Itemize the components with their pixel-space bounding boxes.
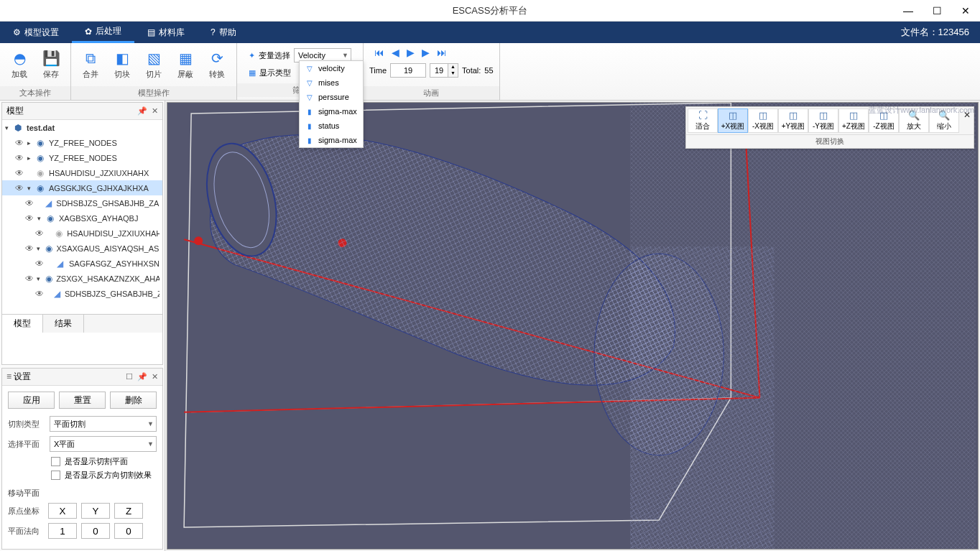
menu-icon: ⚙ [13,27,21,37]
visibility-icon[interactable]: 👁 [15,138,25,148]
normal-y-input[interactable] [81,523,110,539]
tree-item[interactable]: 👁◢SDHSBJZS_GHSABJHB_ZAHU [2,195,162,210]
variable-option[interactable]: ▽perssure [300,90,363,104]
tab-结果[interactable]: 结果 [43,315,84,333]
tree-item[interactable]: 👁▾◉XAGBSXG_AYHAQBJ [2,210,162,226]
tree-item[interactable]: 👁◢SAGFASGZ_ASYHHXSN [2,256,162,271]
visibility-icon[interactable]: 👁 [35,228,45,239]
tree-item[interactable]: 👁▾◉XSAXGAUS_AISYAQSH_ASHX [2,241,162,256]
view-button[interactable]: ◫+Y视图 [778,108,808,133]
view-icon: ⛶ [698,110,708,121]
visibility-icon[interactable]: 👁 [15,168,25,178]
show-cut-plane-checkbox[interactable] [51,457,60,466]
display-type-label: 显示类型 [259,68,291,78]
show-reverse-checkbox[interactable] [51,471,60,480]
pin-icon[interactable]: 📌 [137,372,147,381]
close-button[interactable]: ✕ [951,0,980,22]
frame-spinner[interactable]: ▲▼ [430,63,458,78]
menu-item[interactable]: ⚙模型设置 [0,22,72,43]
option-icon: ▮ [305,121,314,130]
tree-item[interactable]: 👁▾◉ZSXGX_HSAKAZNZXK_AHASX [2,271,162,286]
menu-item[interactable]: ?帮助 [198,22,249,43]
normal-label: 平面法向 [8,526,44,537]
tree-item[interactable]: 👁▸◉YZ_FREE_NODES [2,150,162,165]
panel-close-icon[interactable]: ✕ [152,372,158,381]
delete-button[interactable]: 删除 [110,392,157,409]
tree-item[interactable]: 👁◉HSAUHDISU_JZXIUXHAHX [2,165,162,180]
tab-模型[interactable]: 模型 [2,315,43,333]
pin-icon[interactable]: 📌 [137,106,147,116]
merge-icon: ⧉ [82,50,99,67]
plane-select[interactable]: X平面▼ [50,436,157,452]
visibility-icon[interactable]: 👁 [15,153,25,163]
variable-option[interactable]: ▮status [300,119,363,133]
spinner-up-icon[interactable]: ▲ [448,64,458,70]
expand-icon[interactable]: ▾ [37,245,43,252]
tree-item[interactable]: 👁◉HSAUHDISU_JZXIUXHAHX [2,226,162,241]
model-panel: 模型 📌 ✕ ▾ ⬢ test.dat 👁▸◉YZ_FREE_NODES👁▸◉Y… [1,102,163,365]
origin-x-input[interactable] [48,503,77,519]
view-button[interactable]: ⛶适合 [688,108,718,133]
settings-panel: ≡ 设置 ☐ 📌 ✕ 应用 重置 删除 切割类型 平面切割▼ 选 [1,368,163,550]
origin-y-input[interactable] [81,503,110,519]
convert-icon: ⟳ [208,50,226,67]
3d-viewport[interactable]: 蓝蓝设计www.lanlanwork.com [167,102,979,550]
visibility-icon[interactable]: 👁 [35,259,45,269]
tree-item[interactable]: 👁▾◉AGSGKJKG_GJHXAJKHXA [2,180,162,195]
panel-close-icon[interactable]: ✕ [152,106,158,116]
expand-icon[interactable]: ▾ [37,215,45,222]
merge-button[interactable]: ⧉合并 [75,48,106,81]
expand-icon[interactable]: ▸ [27,139,34,147]
panel-expand-icon[interactable]: ☐ [126,372,133,381]
visibility-icon[interactable]: 👁 [15,183,25,193]
time-input[interactable] [390,63,426,78]
step-forward-icon[interactable]: ▶ [422,47,430,58]
variable-option[interactable]: ▮sigma-max [300,133,363,147]
shield-icon: ▦ [177,50,194,67]
menu-item[interactable]: ✿后处理 [72,22,134,43]
visibility-icon[interactable]: 👁 [25,198,34,208]
visibility-icon[interactable]: 👁 [25,213,35,223]
minimize-button[interactable]: — [894,0,923,22]
expand-icon[interactable]: ▾ [5,124,12,131]
view-button[interactable]: ◫-X视图 [748,108,778,133]
variable-option[interactable]: ▽velocity [300,61,363,75]
shield-button[interactable]: ▦屏蔽 [170,48,201,81]
visibility-icon[interactable]: 👁 [25,274,34,284]
variable-option[interactable]: ▮sigma-max [300,104,363,119]
view-button[interactable]: ◫-Y视图 [808,108,838,133]
node-icon: ◉ [37,138,47,148]
visibility-icon[interactable]: 👁 [35,289,44,299]
step-back-icon[interactable]: ◀ [392,47,399,58]
normal-z-input[interactable] [114,523,143,539]
cut-type-select[interactable]: 平面切割▼ [50,416,157,432]
slice-button[interactable]: ▧切片 [138,48,170,81]
slice-block-button[interactable]: ◧切块 [106,48,138,81]
tree-root[interactable]: ▾ ⬢ test.dat [2,120,162,135]
normal-x-input[interactable] [48,523,77,539]
convert-button[interactable]: ⟳转换 [201,48,233,81]
expand-icon[interactable]: ▸ [27,154,34,162]
maximize-button[interactable]: ☐ [923,0,951,22]
menu-item[interactable]: ▤材料库 [134,22,198,43]
spinner-down-icon[interactable]: ▼ [448,70,458,77]
view-button[interactable]: ◫+X视图 [718,108,748,133]
tree-item[interactable]: 👁▸◉YZ_FREE_NODES [2,135,162,150]
skip-end-icon[interactable]: ⏭ [437,47,447,58]
expand-icon[interactable]: ▾ [37,275,43,282]
view-button[interactable]: ◫+Z视图 [838,108,869,133]
save-button[interactable]: 💾保存 [35,48,67,81]
skip-start-icon[interactable]: ⏮ [374,47,384,58]
model-panel-title: 模型 [6,105,24,117]
reset-button[interactable]: 重置 [59,392,106,409]
origin-z-input[interactable] [114,503,143,519]
load-button[interactable]: ◓加载 [4,48,35,81]
settings-icon: ≡ [6,371,11,381]
variable-option[interactable]: ▽mises [300,75,363,90]
tree-item[interactable]: 👁◢SDHSBJZS_GHSABJHB_ZAHU [2,286,162,301]
expand-icon[interactable]: ▾ [27,185,34,192]
visibility-icon[interactable]: 👁 [25,244,34,254]
total-value: 55 [484,66,493,75]
play-icon[interactable]: ▶ [407,47,415,58]
apply-button[interactable]: 应用 [8,392,55,409]
